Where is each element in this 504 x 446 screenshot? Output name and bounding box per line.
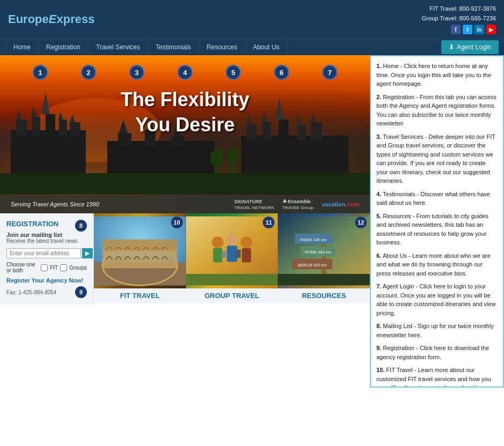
nav-registration[interactable]: Registration — [39, 39, 88, 55]
header: EuropeExpress FIT Travel: 800-927-3876 G… — [0, 0, 504, 39]
right-panel-item-2: 2. Registration - From this tab you can … — [376, 93, 498, 128]
right-panel-item-7: 7. Agent Login - Click here to login to … — [376, 282, 498, 317]
colosseum-image: 10 — [94, 213, 186, 288]
partner-vacation: vacation.com — [322, 201, 359, 207]
reg-subtitle: Join our mailing list — [6, 232, 87, 238]
facebook-icon[interactable]: f — [451, 25, 461, 34]
fit-travel-label: FIT TRAVEL — [94, 288, 186, 303]
nav-testimonials[interactable]: Testimonials — [148, 39, 199, 55]
svg-rect-48 — [236, 250, 241, 258]
svg-rect-46 — [242, 248, 251, 263]
right-panel-item-9: 9. Registration - Click here to download… — [376, 344, 498, 361]
reg-num-9[interactable]: 9 — [75, 286, 87, 298]
svg-rect-20 — [241, 136, 349, 173]
fax-text: Fax: 1-425-984-8054 — [6, 289, 56, 295]
right-panel: 1. Home - Click here to return home at a… — [370, 55, 504, 388]
groups-checkbox[interactable] — [60, 264, 67, 271]
group-travel-section[interactable]: 11 GROUP TRAVEL — [186, 213, 278, 304]
twitter-icon[interactable]: t — [463, 25, 472, 34]
svg-rect-58 — [278, 274, 370, 285]
svg-point-34 — [227, 148, 238, 163]
resources-section[interactable]: PARIS 245 km ROME 380 km BERLIN 520 km 1… — [278, 213, 370, 304]
bottom-sections: REGISTRATION 8 Join our mailing list Rec… — [0, 213, 370, 304]
right-panel-list: 1. Home - Click here to return home at a… — [376, 62, 498, 388]
resources-label: RESOURCES — [278, 288, 370, 303]
right-panel-item-3: 3. Travel Services - Delve deeper into o… — [376, 132, 498, 185]
hero-footer-text: Serving Travel Agents Since 1990 — [11, 201, 99, 207]
fit-travel-section[interactable]: 10 FIT TRAVEL — [94, 213, 186, 304]
hero-num-3[interactable]: 3 — [129, 65, 144, 80]
download-icon: ⬇ — [449, 43, 454, 51]
nav-about-us[interactable]: About Us — [246, 39, 287, 55]
svg-rect-47 — [221, 251, 226, 258]
group-travel-label: GROUP TRAVEL — [186, 288, 278, 303]
main-wrapper: 1 2 3 4 5 6 7 The Flexibility You Desire… — [0, 55, 504, 388]
partner-signature: SIGNATURE TRAVEL NETWORK — [234, 198, 275, 210]
hero-num-4[interactable]: 4 — [177, 65, 192, 80]
nav-resources[interactable]: Resources — [199, 39, 245, 55]
partner-logos: SIGNATURE TRAVEL NETWORK ☘ Ensemble TRAV… — [234, 198, 359, 210]
logo-text: EuropeExpress — [8, 12, 94, 26]
hero-title-line2: You Desire — [0, 113, 370, 138]
youtube-icon[interactable]: ▶ — [486, 25, 496, 34]
navigation: Home Registration Travel Services Testim… — [0, 39, 504, 55]
svg-rect-44 — [227, 246, 237, 262]
svg-text:ROME 380 km: ROME 380 km — [305, 250, 331, 255]
svg-rect-1 — [0, 173, 370, 195]
svg-point-45 — [241, 236, 252, 248]
svg-point-41 — [212, 236, 223, 248]
groups-label: Groups — [69, 265, 87, 271]
reg-num-8[interactable]: 8 — [75, 220, 87, 232]
right-panel-item-5: 5. Resources - From tutorials to city gu… — [376, 212, 498, 247]
phone-info: FIT Travel: 800-927-3876 Group Travel: 8… — [422, 4, 496, 23]
checkbox-row: Choose one or both FIT Groups — [6, 262, 87, 273]
fit-checkbox[interactable] — [41, 264, 48, 271]
agent-login-label: Agent Login — [457, 43, 491, 51]
fit-phone: FIT Travel: 800-927-3876 — [422, 4, 496, 14]
nav-travel-services[interactable]: Travel Services — [88, 39, 148, 55]
register-agency-link[interactable]: Register Your Agency Now! — [6, 277, 83, 284]
hero-num-2[interactable]: 2 — [81, 65, 96, 80]
registration-section: REGISTRATION 8 Join our mailing list Rec… — [0, 213, 94, 304]
right-panel-item-10: 10. FIT Travel - Learn more about our cu… — [376, 366, 498, 388]
email-input[interactable] — [6, 248, 81, 258]
fit-travel-num[interactable]: 10 — [171, 217, 183, 228]
email-row: ▶ — [6, 248, 87, 258]
hero-number-indicators: 1 2 3 4 5 6 7 — [0, 65, 370, 80]
email-submit-button[interactable]: ▶ — [82, 248, 93, 258]
linkedin-icon[interactable]: in — [475, 25, 484, 34]
hero-num-1[interactable]: 1 — [33, 65, 48, 80]
nav-home[interactable]: Home — [5, 39, 39, 55]
svg-rect-38 — [102, 248, 177, 269]
reg-description: Receive the latest travel news — [6, 238, 87, 244]
right-panel-item-4: 4. Testimonials - Discover what others h… — [376, 190, 498, 207]
group-travel-image: 11 — [186, 213, 278, 288]
agent-login-button[interactable]: ⬇ Agent Login — [441, 40, 499, 54]
registration-title: REGISTRATION — [6, 220, 58, 228]
svg-point-32 — [210, 150, 223, 167]
svg-text:BERLIN 520 km: BERLIN 520 km — [298, 263, 327, 267]
hero-footer: Serving Travel Agents Since 1990 SIGNATU… — [0, 195, 370, 213]
social-icons: f t in ▶ — [422, 25, 496, 34]
svg-text:PARIS 245 km: PARIS 245 km — [301, 237, 327, 242]
checkbox-label: Choose one or both — [6, 262, 39, 273]
hero-num-7[interactable]: 7 — [322, 65, 337, 80]
resources-image: PARIS 245 km ROME 380 km BERLIN 520 km 1… — [278, 213, 370, 288]
fit-label: FIT — [50, 265, 58, 271]
group-phone: Group Travel: 800-565-7236 — [422, 14, 496, 24]
logo: EuropeExpress — [8, 12, 94, 26]
hero-title-line1: The Flexibility — [0, 87, 370, 113]
hero-num-6[interactable]: 6 — [274, 65, 289, 80]
hero-text: The Flexibility You Desire — [0, 87, 370, 138]
hero-num-5[interactable]: 5 — [226, 65, 241, 80]
svg-rect-42 — [213, 248, 222, 263]
hero-section: 1 2 3 4 5 6 7 The Flexibility You Desire… — [0, 55, 370, 213]
main-left: 1 2 3 4 5 6 7 The Flexibility You Desire… — [0, 55, 370, 388]
header-right: FIT Travel: 800-927-3876 Group Travel: 8… — [422, 4, 496, 34]
svg-point-43 — [226, 233, 239, 246]
right-panel-item-1: 1. Home - Click here to return home at a… — [376, 62, 498, 88]
right-panel-item-6: 6. About Us - Learn more about who we ar… — [376, 251, 498, 278]
svg-rect-49 — [186, 274, 278, 285]
right-panel-item-8: 8. Mailing List - Sign up for our twice … — [376, 322, 498, 339]
logo-accent: xpress — [56, 12, 94, 26]
